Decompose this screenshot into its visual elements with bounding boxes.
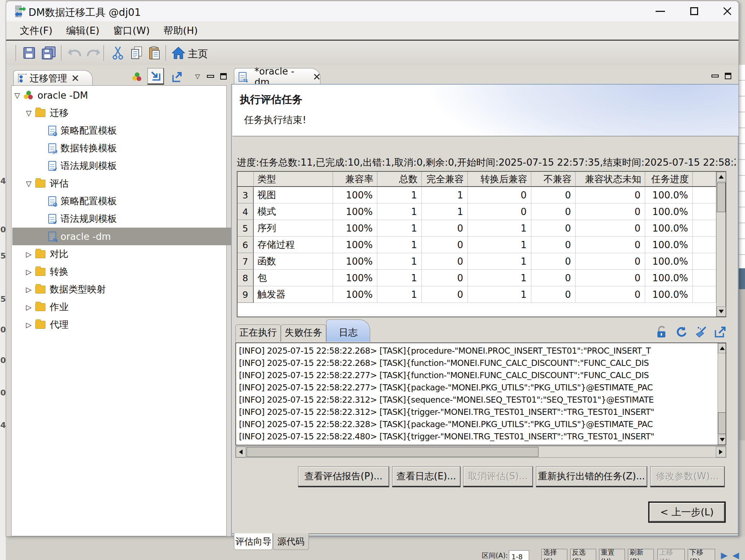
view-menu-button[interactable]: ▽ xyxy=(191,70,204,83)
home-button-label[interactable]: 主页 xyxy=(188,47,208,61)
tree-item-data-transform-template[interactable]: ⇄ 数据转换模板 xyxy=(12,139,262,157)
cut-button[interactable] xyxy=(110,44,126,62)
cell-type[interactable]: 模式 xyxy=(254,203,333,220)
cell-unknown[interactable]: 0 xyxy=(576,187,645,203)
tab-log[interactable]: 日志 xyxy=(326,319,370,342)
expander-expanded-icon[interactable]: ▽ xyxy=(14,91,24,100)
cell-compat-after[interactable]: 1 xyxy=(468,286,531,303)
cell-fully-compat[interactable]: 1 xyxy=(422,187,468,203)
bg-refresh-button[interactable]: 刷新(R) xyxy=(628,549,654,560)
scroll-down-button[interactable] xyxy=(717,306,726,317)
menu-help[interactable]: 帮助(H) xyxy=(164,24,198,37)
editor-minimize-button[interactable] xyxy=(709,70,721,82)
editor-maximize-button[interactable] xyxy=(722,70,734,82)
cell-type[interactable]: 包 xyxy=(254,270,333,286)
expander-expanded-icon[interactable]: ▽ xyxy=(26,109,35,117)
cell-progress[interactable]: 100.0% xyxy=(645,220,693,237)
cell-type[interactable]: 视图 xyxy=(254,187,333,203)
log-horizontal-scrollbar[interactable] xyxy=(235,446,726,458)
tree-item-policy-template-2[interactable]: ⚙ 策略配置模板 xyxy=(12,192,262,210)
table-vertical-scrollbar[interactable] xyxy=(716,172,726,317)
cell-fully-compat[interactable]: 0 xyxy=(422,270,468,286)
clear-log-button[interactable] xyxy=(694,324,709,340)
view-log-button[interactable]: 查看日志(E)... xyxy=(392,466,461,487)
scrollbar-thumb[interactable] xyxy=(247,447,538,457)
cell-compat-after[interactable]: 1 xyxy=(468,270,531,286)
log-vertical-scrollbar[interactable] xyxy=(718,343,726,445)
bg-invert-button[interactable]: 反选(E) xyxy=(570,549,596,560)
tree-item-estimate-folder[interactable]: ▽ 评估 xyxy=(12,175,239,192)
cell-compat-after[interactable]: 1 xyxy=(468,220,531,237)
expander-collapsed-icon[interactable]: ▷ xyxy=(26,268,35,276)
cell-total[interactable]: 1 xyxy=(377,270,422,286)
cell-unknown[interactable]: 0 xyxy=(576,203,645,220)
window-minimize-button[interactable] xyxy=(652,4,669,18)
cell-compat-rate[interactable]: 100% xyxy=(333,187,377,203)
paste-button[interactable] xyxy=(147,44,163,62)
cell-incompat[interactable]: 0 xyxy=(531,253,576,270)
tree-item-datatype-mapping-folder[interactable]: ▷ 数据类型映射 xyxy=(12,281,239,298)
cell-compat-rate[interactable]: 100% xyxy=(333,270,377,286)
cell-incompat[interactable]: 0 xyxy=(531,220,576,237)
cell-incompat[interactable]: 0 xyxy=(531,286,576,303)
undo-button[interactable] xyxy=(67,44,83,62)
cell-total[interactable]: 1 xyxy=(377,286,422,303)
cell-compat-rate[interactable]: 100% xyxy=(333,220,377,237)
cell-fully-compat[interactable]: 0 xyxy=(422,286,468,303)
column-header-compat-unknown[interactable]: 兼容状态未知 xyxy=(576,172,645,187)
titlebar[interactable]: DM数据迁移工具 @dj01 xyxy=(6,1,739,21)
cell-type[interactable]: 序列 xyxy=(254,220,333,237)
cell-incompat[interactable]: 0 xyxy=(531,203,576,220)
save-button[interactable] xyxy=(21,44,37,62)
tab-failed-tasks[interactable]: 失败任务 xyxy=(281,324,326,342)
view-estimate-report-button[interactable]: 查看评估报告(P)... xyxy=(298,466,389,487)
column-header-incompat[interactable]: 不兼容 xyxy=(531,172,576,187)
bg-moveup-button[interactable]: 上移(M) xyxy=(657,549,685,560)
bg-movedown-button[interactable]: 下移(D) xyxy=(688,549,715,560)
cell-compat-after[interactable]: 1 xyxy=(468,253,531,270)
tree-item-oracle-dm-task[interactable]: ⇆ oracle -dm xyxy=(12,228,262,245)
expander-collapsed-icon[interactable]: ▷ xyxy=(26,321,35,329)
expander-collapsed-icon[interactable]: ▷ xyxy=(26,250,35,259)
column-header-fully-compat[interactable]: 完全兼容 xyxy=(422,172,468,187)
tab-migration-manager[interactable]: 迁移管理 xyxy=(13,70,93,86)
tab-source-code[interactable]: 源代码 xyxy=(273,533,309,550)
cell-progress[interactable]: 100.0% xyxy=(645,253,693,270)
tab-estimate-wizard[interactable]: 评估向导 xyxy=(234,533,273,550)
bg-reset-button[interactable]: 重置(U) xyxy=(599,549,625,560)
view-maximize-button[interactable] xyxy=(217,70,230,83)
cell-compat-rate[interactable]: 100% xyxy=(333,237,377,253)
cell-incompat[interactable]: 0 xyxy=(531,270,576,286)
refresh-button[interactable] xyxy=(674,324,689,340)
cell-type[interactable]: 存储过程 xyxy=(254,237,333,253)
window-maximize-button[interactable] xyxy=(686,4,702,18)
view-close-icon[interactable] xyxy=(72,75,79,81)
menu-window[interactable]: 窗口(W) xyxy=(113,24,150,37)
save-all-button[interactable] xyxy=(41,44,57,62)
cell-fully-compat[interactable]: 0 xyxy=(422,253,468,270)
cell-incompat[interactable]: 0 xyxy=(531,187,576,203)
bg-range-input[interactable]: 1-8 xyxy=(509,550,529,560)
scroll-lock-button[interactable] xyxy=(654,324,669,340)
tree-item-syntax-rule-template[interactable]: ✔ 语法规则模板 xyxy=(12,157,262,175)
modify-params-button[interactable]: 修改参数(W)... xyxy=(650,466,725,487)
cell-unknown[interactable]: 0 xyxy=(576,286,645,303)
view-minimize-button[interactable] xyxy=(204,70,217,83)
cell-progress[interactable]: 100.0% xyxy=(645,286,693,303)
cell-progress[interactable]: 100.0% xyxy=(645,270,693,286)
bg-select-button[interactable]: 选择(S) xyxy=(541,549,567,560)
cell-compat-rate[interactable]: 100% xyxy=(333,203,377,220)
cell-total[interactable]: 1 xyxy=(377,237,422,253)
home-button[interactable] xyxy=(170,44,186,62)
cell-type[interactable]: 函数 xyxy=(254,253,333,270)
cell-total[interactable]: 1 xyxy=(377,203,422,220)
cell-compat-rate[interactable]: 100% xyxy=(333,286,377,303)
scroll-right-button[interactable] xyxy=(716,447,726,457)
cell-compat-after[interactable]: 0 xyxy=(468,203,531,220)
expander-collapsed-icon[interactable]: ▷ xyxy=(26,303,35,312)
log-console[interactable]: [INFO] 2025-07-15 22:58:22.268> [TASK]{p… xyxy=(235,342,726,445)
column-header-total[interactable]: 总数 xyxy=(377,172,422,187)
copy-button[interactable] xyxy=(129,44,145,62)
cell-progress[interactable]: 100.0% xyxy=(645,203,693,220)
cell-progress[interactable]: 100.0% xyxy=(645,187,693,203)
